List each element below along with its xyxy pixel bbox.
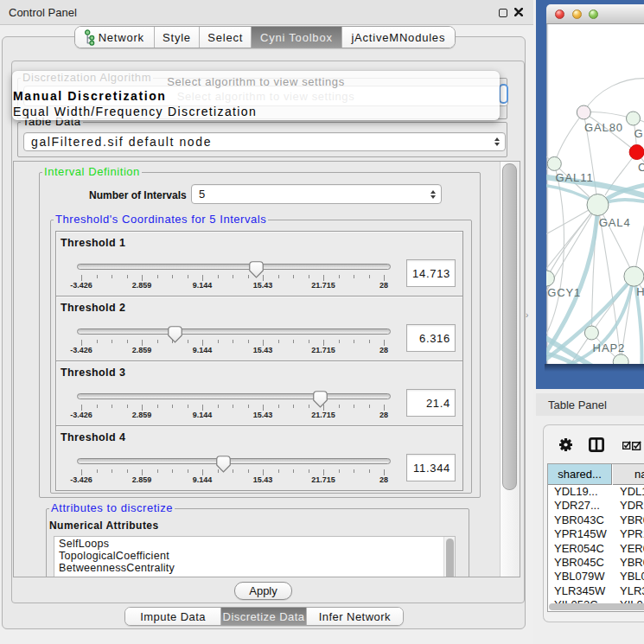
slider-tick (127, 469, 128, 473)
popup-item-manual-discretization[interactable]: Manual Discretization (13, 89, 167, 103)
threshold-value-field[interactable]: 11.344 (406, 454, 456, 481)
table-data-combobox[interactable]: galFiltered.sif default node (23, 132, 506, 151)
table-cell[interactable]: YLR345W (554, 584, 607, 598)
gear-icon[interactable] (559, 438, 572, 451)
tab-select[interactable]: Select (200, 27, 252, 48)
slider-tick (384, 340, 385, 346)
threshold-value-field[interactable]: 21.4 (406, 389, 456, 417)
network-node[interactable] (587, 194, 609, 216)
attribute-list-item[interactable]: BetweennessCentrality (54, 563, 455, 575)
popup-item-placeholder[interactable]: Select algorithm to view settings (12, 75, 500, 88)
network-node[interactable] (547, 156, 561, 170)
network-node[interactable] (624, 266, 644, 286)
slider-tick (81, 405, 82, 411)
network-node[interactable] (627, 112, 641, 125)
tab-infer-network[interactable]: Infer Network (307, 608, 403, 625)
table-cell[interactable]: YBL079W (554, 570, 607, 583)
slider-tick (309, 340, 309, 343)
table-cell[interactable]: YPR145W (554, 527, 607, 541)
slider-tick (248, 469, 249, 473)
numerical-attributes-list[interactable]: SelfLoopsTopologicalCoefficientBetweenne… (54, 536, 456, 577)
split-view-icon[interactable] (589, 437, 604, 452)
float-window-icon[interactable] (499, 9, 507, 17)
table-cell[interactable]: YPR1 (620, 527, 644, 541)
table-cell[interactable]: YBL0 (620, 570, 644, 583)
threshold-slider-thumb[interactable] (216, 456, 231, 473)
attribute-list-item[interactable]: SelfLoops (54, 539, 455, 551)
algorithm-combobox-stepper[interactable] (499, 84, 508, 104)
table-cell[interactable]: YER0 (620, 542, 644, 556)
slider-tick-label: 9.144 (193, 475, 213, 484)
panel-collapse-chevron-icon[interactable]: › (526, 310, 528, 320)
checkbox-icon[interactable] (632, 441, 641, 450)
threshold-slider-track[interactable] (77, 264, 391, 270)
table-horizontal-scrollbar-thumb[interactable] (549, 603, 644, 610)
table-header-shared[interactable]: shared... (548, 464, 612, 485)
table-cell[interactable]: YER054C (554, 542, 607, 556)
tab-impute-data[interactable]: Impute Data (125, 608, 221, 625)
tab-cyni-toolbox[interactable]: Cyni Toolbox (252, 27, 342, 48)
slider-tick (323, 340, 324, 346)
threshold-slider-thumb[interactable] (249, 261, 264, 278)
table-header-name[interactable]: name (613, 464, 644, 485)
slider-tick (354, 340, 354, 343)
apply-button[interactable]: Apply (234, 582, 292, 600)
tab-style[interactable]: Style (155, 27, 201, 48)
threshold-slider-track[interactable] (77, 328, 391, 335)
minimize-traffic-light-icon[interactable] (572, 10, 582, 19)
attribute-list-item[interactable]: TopologicalCoefficient (54, 551, 455, 563)
threshold-label: Threshold 4 (61, 431, 125, 443)
threshold-slider-track[interactable] (77, 458, 391, 464)
network-node-label: GCY1 (547, 286, 581, 299)
table-cell[interactable]: YDR27... (554, 499, 607, 513)
attributes-list-scrollbar-thumb[interactable] (446, 539, 454, 577)
network-node[interactable] (546, 271, 554, 286)
table-cell[interactable]: YDR2 (620, 499, 644, 513)
threshold-value-field[interactable]: 14.713 (406, 259, 456, 287)
zoom-traffic-light-icon[interactable] (589, 10, 598, 19)
slider-tick-label: 21.715 (311, 281, 335, 290)
number-of-intervals-combobox[interactable]: 5 (191, 184, 442, 204)
table-cell[interactable]: YDL19... (554, 485, 607, 499)
table-cell[interactable]: YBR0 (620, 513, 644, 527)
slider-tick-label: 9.144 (193, 281, 213, 290)
attributes-list-scrollbar[interactable] (443, 537, 455, 577)
threshold-value-field[interactable]: 6.316 (406, 324, 456, 352)
slider-tick (97, 469, 98, 473)
slider-tick (323, 275, 324, 281)
network-node[interactable] (629, 145, 644, 160)
attributes-group-title: Attributes to discretize (49, 501, 175, 515)
checkbox-icon[interactable] (622, 441, 631, 450)
panel-scrollbar-thumb[interactable] (502, 163, 517, 490)
node-table[interactable]: shared... name YDL19...YDR27...YBR043CYP… (547, 463, 644, 612)
slider-tick (278, 405, 279, 408)
settings-scrollpane: Interval Definition Number of Intervals … (13, 161, 520, 577)
slider-tick (369, 275, 370, 278)
slider-tick (263, 340, 264, 346)
control-panel-window: Control Panel NetworkStyleSelectCyni Too… (0, 0, 533, 644)
cyni-bottom-tabs: Impute DataDiscretize DataInfer Network (124, 607, 404, 626)
table-cell[interactable]: YBR043C (554, 513, 607, 527)
network-canvas[interactable]: GAL80G.CGAL11GAL4GCY1HHAP2 (546, 24, 644, 364)
network-node[interactable] (584, 326, 598, 340)
close-traffic-light-icon[interactable] (555, 10, 564, 19)
close-icon[interactable] (514, 8, 523, 16)
stepper-up-icon (430, 190, 436, 194)
table-horizontal-scrollbar[interactable] (547, 603, 644, 612)
slider-tick (218, 275, 219, 278)
table-cell[interactable]: YBR0 (620, 556, 644, 570)
tab-network[interactable]: Network (75, 27, 155, 48)
tab-jactivemnodules[interactable]: jActiveMNodules (342, 27, 455, 48)
panel-scrollbar[interactable] (500, 162, 520, 577)
table-cell[interactable]: YBR045C (554, 556, 607, 570)
threshold-slider-track[interactable] (77, 393, 391, 399)
table-cell[interactable]: YLR3 (620, 584, 644, 598)
network-node[interactable] (577, 105, 590, 119)
table-cell[interactable]: YDL1 (620, 485, 644, 499)
network-node[interactable] (613, 354, 628, 364)
tab-discretize-data[interactable]: Discretize Data (221, 608, 306, 625)
popup-item-equal-width[interactable]: Equal Width/Frequency Discretization (13, 105, 257, 118)
threshold-slider-thumb[interactable] (313, 391, 328, 408)
threshold-slider-thumb[interactable] (168, 326, 182, 343)
slider-tick (263, 469, 264, 475)
